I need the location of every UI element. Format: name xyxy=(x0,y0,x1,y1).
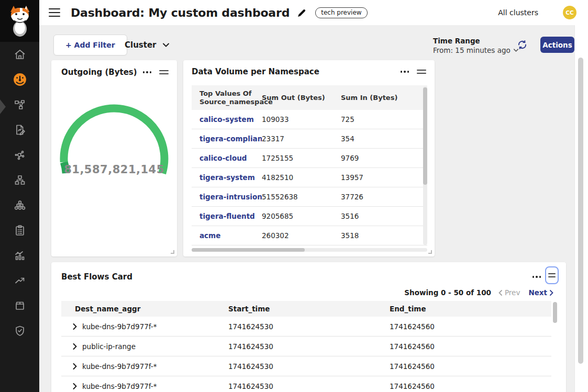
namespace-link[interactable]: tigera-fluentd xyxy=(192,212,262,220)
sidebar-item-home[interactable] xyxy=(0,42,39,67)
next-page-button[interactable]: Next xyxy=(528,288,553,297)
sidebar-item-topology[interactable] xyxy=(0,92,39,117)
trend-arrow-icon xyxy=(14,274,26,287)
outgoing-card-menu-button[interactable] xyxy=(143,71,152,73)
sidebar-item-cluster-nodes[interactable] xyxy=(0,193,39,218)
sum-out-value: 109033 xyxy=(262,115,341,124)
sidebar-item-sitemap[interactable] xyxy=(0,167,39,193)
dest-name: kube-dns-9b7d977f-* xyxy=(82,382,157,390)
table-row: tigera-system 4182510 13957 xyxy=(192,168,427,187)
refresh-button[interactable] xyxy=(517,39,528,52)
package-box-icon xyxy=(14,299,26,312)
col-end-time: End_time xyxy=(390,305,551,313)
network-graph-icon xyxy=(14,149,26,161)
table-row: tigera-fluentd 9205685 3516 xyxy=(192,207,427,226)
flow-row[interactable]: kube-dns-9b7d977f-* 1741624530 174162456… xyxy=(61,356,551,376)
chevron-right-icon xyxy=(550,290,553,296)
outgoing-card-drag-handle[interactable] xyxy=(159,70,169,74)
resize-handle[interactable] xyxy=(428,250,432,254)
topbar-right: All clusters CC xyxy=(498,6,588,19)
sum-in-value: 725 xyxy=(341,115,427,124)
gauge-value: 81,587,821,145 xyxy=(51,163,177,176)
cluster-selector[interactable]: All clusters xyxy=(498,8,538,17)
best-flows-card-menu-button[interactable] xyxy=(532,276,541,278)
sidebar-item-trends[interactable] xyxy=(0,268,39,293)
sidebar-item-reports[interactable] xyxy=(0,117,39,142)
page-scrollbar-track xyxy=(574,25,588,392)
end-time: 1741624560 xyxy=(390,342,551,351)
time-range-label: Time Range xyxy=(433,37,518,45)
sum-out-value: 51552638 xyxy=(262,193,341,201)
sidebar-item-dashboard-active[interactable] xyxy=(0,67,39,92)
namespace-table: Top Values Of Source_namespace Sum Out (… xyxy=(192,85,427,245)
sum-out-value: 260302 xyxy=(262,231,341,240)
col-source-namespace: Top Values Of Source_namespace xyxy=(192,89,262,106)
topbar: Dashboard: My custom dashboard tech prev… xyxy=(39,0,588,25)
sitemap-icon xyxy=(14,174,26,186)
pagination-showing: Showing 0 - 50 of 100 xyxy=(404,288,491,297)
add-filter-button[interactable]: + Add Filter xyxy=(53,35,127,55)
chevron-down-icon xyxy=(163,43,169,47)
pagination: Showing 0 - 50 of 100 Prev Next xyxy=(404,288,553,297)
namespace-link[interactable]: calico-cloud xyxy=(192,154,262,162)
calico-logo[interactable] xyxy=(0,0,39,42)
avatar[interactable]: CC xyxy=(563,6,576,19)
flow-row[interactable]: kube-dns-9b7d977f-* 1741624530 174162456… xyxy=(61,376,551,392)
best-flows-card-drag-handle-selected[interactable] xyxy=(545,266,559,284)
sidebar-nav xyxy=(0,42,39,343)
table-hscrollbar-thumb[interactable] xyxy=(192,248,305,252)
page-scrollbar-thumb[interactable] xyxy=(578,58,583,364)
edit-title-button[interactable] xyxy=(297,8,307,18)
sidebar-item-clipboard[interactable] xyxy=(0,218,39,243)
start-time: 1741624530 xyxy=(228,382,390,390)
flow-row[interactable]: public-ip-range 1741624530 1741624560 xyxy=(61,337,551,356)
hamburger-menu-icon[interactable] xyxy=(49,8,60,17)
table-row: calico-system 109033 725 xyxy=(192,110,427,129)
actions-button[interactable]: Actions xyxy=(540,37,574,53)
dest-name: kube-dns-9b7d977f-* xyxy=(82,322,157,331)
sum-out-value: 23317 xyxy=(262,135,341,143)
sidebar-item-chart-logs[interactable] xyxy=(0,243,39,268)
namespace-link[interactable]: tigera-compliance xyxy=(192,135,262,143)
sidebar-item-security[interactable] xyxy=(0,318,39,343)
data-volume-card-menu-button[interactable] xyxy=(401,71,409,73)
namespace-link[interactable]: tigera-intrusion-d… xyxy=(192,193,262,201)
flows-vscrollbar-thumb[interactable] xyxy=(553,302,557,323)
sum-out-value: 4182510 xyxy=(262,173,341,182)
topology-icon xyxy=(14,98,26,111)
data-volume-card-drag-handle[interactable] xyxy=(417,70,426,74)
prev-page-button[interactable]: Prev xyxy=(498,288,520,297)
sum-in-value: 13957 xyxy=(341,173,427,182)
best-flows-card: Best Flows Card Showing 0 - 50 of 100 Pr… xyxy=(51,262,566,392)
expand-chevron-icon[interactable] xyxy=(73,363,77,369)
namespace-table-header: Top Values Of Source_namespace Sum Out (… xyxy=(192,85,427,110)
start-time: 1741624530 xyxy=(228,342,390,351)
expand-chevron-icon[interactable] xyxy=(73,343,77,350)
expand-chevron-icon[interactable] xyxy=(73,323,77,330)
app-root: Dashboard: My custom dashboard tech prev… xyxy=(0,0,588,392)
end-time: 1741624560 xyxy=(390,322,551,331)
flow-row[interactable]: kube-dns-9b7d977f-* 1741624530 174162456… xyxy=(61,317,551,337)
cluster-filter-dropdown[interactable]: Cluster xyxy=(125,38,169,52)
time-range-selector[interactable]: Time Range From: 15 minutes ago xyxy=(433,37,518,54)
namespace-link[interactable]: acme xyxy=(192,231,262,240)
table-vscrollbar-thumb[interactable] xyxy=(423,87,427,185)
start-time: 1741624530 xyxy=(228,322,390,331)
table-row: acme 260302 3518 xyxy=(192,226,427,245)
resize-handle[interactable] xyxy=(171,250,174,254)
cluster-nodes-icon xyxy=(14,199,26,211)
table-row: calico-cloud 1725155 9769 xyxy=(192,149,427,168)
col-dest-name: Dest_name_aggr xyxy=(61,305,228,313)
col-start-time: Start_time xyxy=(228,305,390,313)
namespace-link[interactable]: calico-system xyxy=(192,115,262,124)
expand-chevron-icon[interactable] xyxy=(73,383,77,389)
sidebar-item-packages[interactable] xyxy=(0,293,39,318)
sidebar-item-network-graph[interactable] xyxy=(0,142,39,167)
cluster-filter-label: Cluster xyxy=(125,40,157,50)
sum-in-value: 3518 xyxy=(341,231,427,240)
namespace-link[interactable]: tigera-system xyxy=(192,173,262,182)
table-row: tigera-intrusion-d… 51552638 37726 xyxy=(192,187,427,207)
dashboard-gauge-icon xyxy=(13,73,27,86)
sum-out-value: 9205685 xyxy=(262,212,341,220)
col-sum-out: Sum Out (Bytes) xyxy=(262,94,341,102)
